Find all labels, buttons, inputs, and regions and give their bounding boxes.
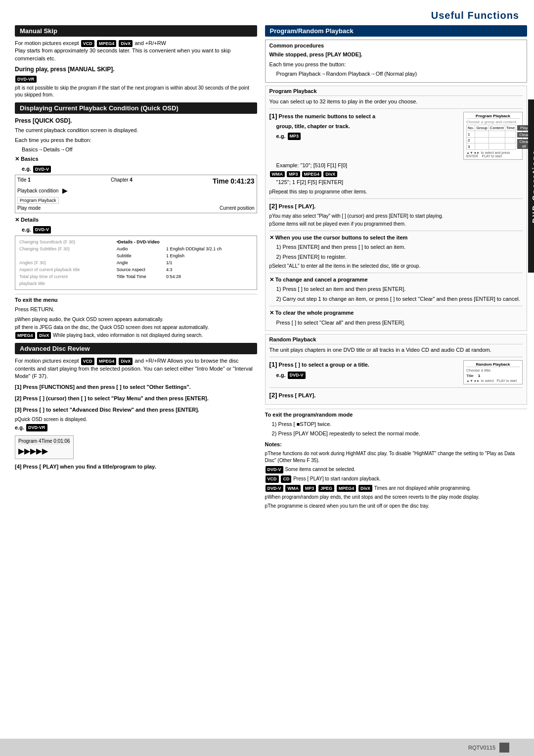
notes-title: Notes: xyxy=(265,441,527,448)
prog-step2-label: Press [ PLAY]. xyxy=(279,203,316,209)
dvd-operations-label: DVD Operations xyxy=(531,149,534,223)
wma-badges-row: WMA MP3 MPEG4 DivX xyxy=(269,171,523,177)
program-random-header: Program/Random Playback xyxy=(265,25,527,37)
quick-osd-notes: pWhen playing audio, the Quick OSD scree… xyxy=(15,316,257,339)
adv-step3-note: pQuick OSD screen is displayed. xyxy=(15,416,257,423)
dvd-v-badge-basics: DVD-V xyxy=(33,166,51,173)
adv-disc-example: Program 4 Time 0:01:06 ▶▶▶▶▶ xyxy=(15,435,74,459)
prog-step1-header: [1] Press the numeric buttons to select … xyxy=(269,112,455,121)
jpeg-badge: JPEG xyxy=(318,485,334,492)
dvd-vr-badge-row: DVD-VR xyxy=(15,75,257,83)
adv-step4: [4] Press [ PLAY] when you find a title/… xyxy=(15,463,257,472)
advanced-disc-header: Advanced Disc Review xyxy=(15,343,257,354)
dvd-v-badge-rand: DVD-V xyxy=(288,372,306,379)
program-playback-title: Program Playback xyxy=(269,88,523,96)
rand-screen-nav: ▲▼◄► to select PLAY to start xyxy=(466,379,520,382)
prog-repeat-note: pRepeat this step to programme other ite… xyxy=(269,189,523,195)
divx-badge: DivX xyxy=(119,40,133,47)
note2: DVD-V Some items cannot be selected. xyxy=(265,466,527,473)
prog-example1: Example: "10"; [510] F[1] F[0] xyxy=(276,162,523,169)
adv-step2-text: [2] Press [ ] (cursor) then [ ] to selec… xyxy=(15,395,257,402)
note3: VCD CD Press [ PLAY] to start random pla… xyxy=(265,475,527,483)
notes-section: Notes: pThese functions do not work duri… xyxy=(265,441,527,510)
advanced-disc-intro: For motion pictures except VCD MPEG4 Div… xyxy=(15,357,257,380)
prog-screen-nav: ▲▼◄► to select and press ENTER PLAY to s… xyxy=(466,151,520,158)
note5: pWhen program/random play ends, the unit… xyxy=(265,494,527,501)
details-diagram: Changing Soundtrack (F 30) •Details - DV… xyxy=(15,236,257,290)
quick-osd-step1: Press [QUICK OSD]. xyxy=(15,117,257,125)
dvd-v-badge-note2: DVD-V xyxy=(266,485,283,492)
play-symbol: ▶▶▶▶▶ xyxy=(18,446,48,456)
rand-step1-label: Press [ ] to select a group or a title. xyxy=(279,362,369,368)
vcd-badge-note: VCD xyxy=(266,475,279,483)
cursor-section-label: ✕ When you use the cursor buttons to sel… xyxy=(269,234,523,241)
program-playback-box: Program Playback You can select up to 32… xyxy=(265,86,527,331)
vcd-badge: VCD xyxy=(81,40,94,47)
dvd-operations-sidebar: DVD Operations xyxy=(528,99,534,273)
wma-badge: WMA xyxy=(270,171,285,177)
prog-step1-num: [1] xyxy=(269,112,277,120)
change-cancel-label: ✕ To change and cancel a programme xyxy=(269,276,523,284)
mpeg4-badge2: MPEG4 xyxy=(15,332,35,339)
footer-square-icon xyxy=(499,743,509,753)
mp3-badge3: MP3 xyxy=(303,485,316,492)
manual-skip-intro: For motion pictures except VCD MPEG4 Div… xyxy=(15,40,257,62)
rand-step1-screen: Random Playback Choose a title. Title 1 … xyxy=(463,360,523,384)
clear-whole-label: ✕ To clear the whole programme xyxy=(269,309,523,317)
exit-program-title: To exit the program/random mode xyxy=(265,411,527,419)
quick-osd-header: Displaying Current Playback Condition (Q… xyxy=(15,102,257,114)
rand-step1-eg: e.g. DVD-V xyxy=(276,372,455,379)
adv-step1-text: [1] Press [FUNCTIONS] and then press [ ]… xyxy=(15,383,257,391)
rand-step1-num: [1] xyxy=(269,361,277,368)
dvd-v-badge-details: DVD-V xyxy=(33,226,51,234)
current-position-label: Current position xyxy=(220,205,255,211)
play-mode-label: Play mode xyxy=(17,205,41,211)
adv-step3-text: [3] Press [ ] to select "Advanced Disc R… xyxy=(15,406,257,414)
prog-step1-text: [1] Press the numeric buttons to select … xyxy=(269,112,455,160)
random-playback-title: Random Playback xyxy=(269,336,523,344)
rand-screen-title-row: Title 1 xyxy=(466,374,520,378)
basics-diagram: Title 1 Chapter 4 Time 0:41:23 Playback … xyxy=(15,175,257,213)
cd-badge-note: CD xyxy=(281,475,291,483)
wma-badge2: WMA xyxy=(285,485,301,492)
time-display: Time 0:41:23 xyxy=(213,177,255,185)
cursor-step2: 2) Press [ENTER] to register. xyxy=(276,253,523,261)
each-time-text: Each time you press the button: xyxy=(269,61,523,68)
eg-time: Time 0:01:06 xyxy=(42,438,70,444)
adv-step1-content: [1] Press [FUNCTIONS] and then press [ ]… xyxy=(15,383,257,393)
adv-step3-content: [3] Press [ ] to select "Advanced Disc R… xyxy=(15,406,257,461)
playback-indicator: Playback condition ▶ xyxy=(17,187,255,194)
dvd-vr-note: pIt is not possible to skip the program … xyxy=(15,85,257,98)
change-step1: 1) Press [ ] to select an item and then … xyxy=(276,285,523,293)
rand-screen-title: Random Playback xyxy=(466,362,520,367)
details-label: ✕ Details xyxy=(15,216,257,224)
play-arrow-icon: ▶ xyxy=(62,187,68,194)
exit-step2: 2) Press [PLAY MODE] repeatedly to selec… xyxy=(272,430,527,437)
random-playback-box: Random Playback The unit plays chapters … xyxy=(265,334,527,405)
basics-eg-label: e.g. DVD-V xyxy=(22,165,257,173)
left-column: Manual Skip For motion pictures except V… xyxy=(15,25,257,512)
note4: DVD-V WMA MP3 JPEG MPEG4 DivX Times are … xyxy=(265,485,527,492)
quick-osd-content: Press [QUICK OSD]. The current playback … xyxy=(15,117,257,339)
manual-skip-content: For motion pictures except VCD MPEG4 Div… xyxy=(15,40,257,98)
basics-label: ✕ Basics xyxy=(15,155,257,163)
dvd-vr-badge: DVD-VR xyxy=(15,76,37,83)
adv-step2: [2] Press [ ] (cursor) then [ ] to selec… xyxy=(15,395,257,404)
right-column: Program/Random Playback Common procedure… xyxy=(265,25,527,512)
exit-program-section: To exit the program/random mode 1) Press… xyxy=(265,409,527,438)
adv-step4-content: [4] Press [ PLAY] when you find a title/… xyxy=(15,463,257,472)
to-exit-label: To exit the menu xyxy=(15,296,257,304)
page-container: Useful Functions Manual Skip For motion … xyxy=(0,0,534,756)
rand-step2-label: Press [ PLAY]. xyxy=(279,392,316,398)
prog-step1-eg: e.g. MP3 xyxy=(276,133,455,140)
adv-step1: [1] Press [FUNCTIONS] and then press [ ]… xyxy=(15,383,257,393)
cursor-note: pSelect "ALL" to enter all the items in … xyxy=(269,263,523,270)
quick-osd-note3: MPEG4 DivX While playing back, video inf… xyxy=(15,332,257,339)
quick-osd-cycle: Basics→Details→Off xyxy=(22,146,257,153)
mpeg4-badge: MPEG4 xyxy=(97,40,117,47)
clear-whole-step1: Press [ ] to select "Clear all" and then… xyxy=(276,319,523,327)
title-label: Title 1 xyxy=(17,177,31,185)
prog-step2-note1: pYou may also select "Play" with [ ] (cu… xyxy=(269,213,523,220)
playback-label: Playback condition xyxy=(17,188,58,193)
program-playback-indicator: Program Playback xyxy=(17,197,59,204)
